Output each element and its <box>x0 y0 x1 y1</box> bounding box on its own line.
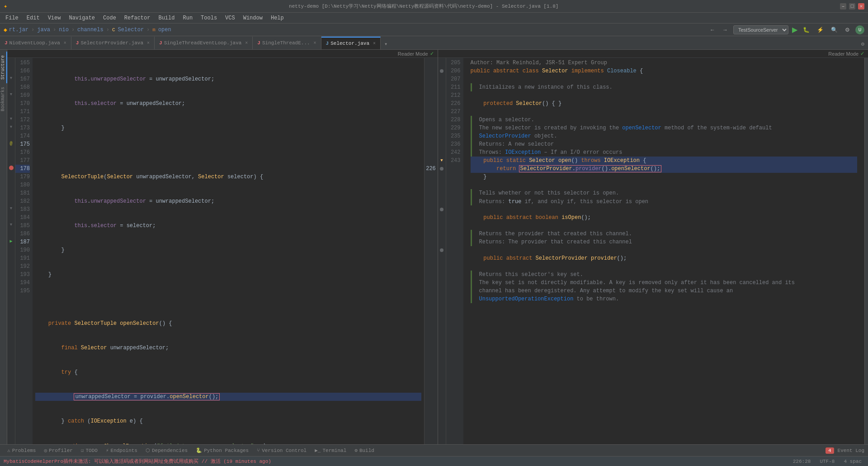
code-row: this.selector = selector; <box>35 222 421 230</box>
problems-tab[interactable]: ⚠ Problems <box>4 447 39 454</box>
code-row <box>471 108 858 116</box>
doc-block: Opens a selector. <box>471 116 858 124</box>
author-text: Author: Mark Reinhold, JSR-51 Expert Gro… <box>471 60 607 66</box>
doc-block: Tells whether or not this selector is op… <box>471 189 858 197</box>
tab-close-icon[interactable]: × <box>373 41 376 46</box>
build-icon: ⚙ <box>354 447 358 453</box>
tab-bar: J NioEventLoop.java × J SelectorProvider… <box>0 36 868 50</box>
settings-button[interactable]: ⚙ <box>843 26 852 34</box>
python-packages-tab[interactable]: 🐍 Python Packages <box>192 447 252 454</box>
tab-selectorprovider[interactable]: J SelectorProvider.java × <box>71 37 155 49</box>
reader-mode-button[interactable]: Reader Mode ✓ <box>398 51 434 57</box>
structure-panel-icon[interactable]: Structure <box>0 52 7 83</box>
nav-selector[interactable]: Selector <box>118 27 144 33</box>
menu-help[interactable]: Help <box>267 14 288 22</box>
menu-refactor[interactable]: Refactor <box>121 14 154 22</box>
profiler-tab[interactable]: ◎ Profiler <box>40 447 76 454</box>
tab-nioeventloop[interactable]: J NioEventLoop.java × <box>0 37 71 49</box>
nav-java[interactable]: java <box>37 27 50 33</box>
status-bar: MybatisCodeHelperPro插件未激活: 可以输入激活码或者到网站网… <box>0 456 868 466</box>
side-panel: Structure Bookmarks <box>0 50 7 444</box>
tab-close-icon[interactable]: × <box>314 41 316 46</box>
tab-close-icon[interactable]: × <box>64 41 66 46</box>
version-control-tab[interactable]: ⑂ Version Control <box>253 447 310 454</box>
tab-singlethreadeventloop[interactable]: J SingleThreadEventLoop.java × <box>155 37 253 49</box>
close-button[interactable]: ✕ <box>858 3 864 10</box>
reader-mode-label: Reader Mode <box>828 51 859 57</box>
fold-icon[interactable]: ▼ <box>10 223 12 227</box>
menu-window[interactable]: Window <box>240 14 266 22</box>
right-line-indicator: 226 <box>424 58 438 444</box>
nav-open[interactable]: open <box>158 27 171 33</box>
build-tab[interactable]: ⚙ Build <box>351 447 378 454</box>
reader-check-icon: ✓ <box>430 51 434 57</box>
tab-label: SingleThreadE... <box>262 40 310 46</box>
code-row: public abstract class Selector implement… <box>471 67 858 75</box>
left-line-numbers: 165 166 167 168 169 170 171 172 173 174 … <box>15 58 33 444</box>
code-row <box>471 205 858 214</box>
menu-run[interactable]: Run <box>179 14 196 22</box>
fold-icon[interactable]: ▼ <box>440 158 443 163</box>
doc-block: channel has been deregistered. Any attem… <box>471 287 858 295</box>
tab-selector[interactable]: J Selector.java × <box>321 37 381 49</box>
tab-close-icon[interactable]: × <box>245 41 248 46</box>
gutter-dot <box>440 248 443 252</box>
nav-forward-button[interactable]: → <box>721 26 730 34</box>
nav-rtjar[interactable]: rt.jar <box>9 27 28 33</box>
menu-file[interactable]: File <box>2 14 22 22</box>
code-row: } <box>35 246 421 254</box>
fold-icon[interactable]: ▼ <box>10 92 12 97</box>
status-right: 226:28 UTF-8 4 spac <box>790 459 864 464</box>
left-code-area: ▼ ▼ ▼ ▼ @ ▼ ▼ <box>7 58 438 444</box>
nav-channels[interactable]: channels <box>77 27 104 33</box>
endpoints-tab[interactable]: ⚡ Endpoints <box>102 447 141 454</box>
reader-mode-button-right[interactable]: Reader Mode ✓ <box>828 51 864 57</box>
code-row <box>471 222 858 230</box>
doc-block: SelectorProvider object. <box>471 132 858 140</box>
menu-code[interactable]: Code <box>99 14 120 22</box>
gutter-dot <box>440 167 443 171</box>
event-log-label[interactable]: Event Log <box>838 448 864 453</box>
maximize-button[interactable]: □ <box>849 3 855 10</box>
reader-mode-label: Reader Mode <box>398 51 428 57</box>
menu-navigate[interactable]: Navigate <box>65 14 99 22</box>
fold-icon[interactable]: ▼ <box>10 125 12 129</box>
class-icon: C <box>112 27 115 33</box>
menu-tools[interactable]: Tools <box>197 14 221 22</box>
menu-build[interactable]: Build <box>155 14 178 22</box>
menu-vcs[interactable]: VCS <box>222 14 239 22</box>
doc-block: Throws: IOException – If an I/O error oc… <box>471 148 858 157</box>
menu-view[interactable]: View <box>44 14 65 22</box>
tab-close-icon[interactable]: × <box>147 41 150 46</box>
app-logo: ✦ <box>4 2 7 10</box>
menu-edit[interactable]: Edit <box>23 14 43 22</box>
left-code-content[interactable]: this.unwrappedSelector = unwrappedSelect… <box>33 58 424 444</box>
right-code-content[interactable]: Author: Mark Reinhold, JSR-51 Expert Gro… <box>463 58 865 444</box>
title-bar-title: netty-demo [D:\Netty学习\Netty网络编程\Netty教程… <box>7 3 840 10</box>
todo-tab[interactable]: ☑ TODO <box>77 447 101 454</box>
title-bar-controls: – □ ✕ <box>840 3 864 10</box>
method-icon: m <box>152 27 156 33</box>
tab-singlethread2[interactable]: J SingleThreadE... × <box>253 37 321 49</box>
code-row: this.unwrappedSelector = unwrappedSelect… <box>35 197 421 205</box>
debug-button[interactable]: 🐛 <box>801 26 811 34</box>
fold-icon[interactable]: ▼ <box>10 206 12 211</box>
nav-nio[interactable]: nio <box>59 27 69 33</box>
tab-overflow-button[interactable]: ▾ <box>381 39 391 49</box>
fold-icon[interactable]: ▼ <box>10 117 12 121</box>
right-gutter: ▼ <box>438 58 446 444</box>
coverage-button[interactable]: ⚡ <box>815 26 826 34</box>
source-selector[interactable]: TestSourceServer <box>733 25 788 34</box>
dependencies-tab[interactable]: ⬡ Dependencies <box>142 447 191 454</box>
bookmarks-panel-icon[interactable]: Bookmarks <box>0 83 7 115</box>
search-button[interactable]: 🔍 <box>829 26 840 34</box>
run-button[interactable]: ▶ <box>792 25 797 34</box>
doc-block: UnsupportedOperationException to be thro… <box>471 295 858 303</box>
tab-settings-button[interactable]: ⚙ <box>858 39 868 49</box>
minimize-button[interactable]: – <box>840 3 846 10</box>
annotation-icon: @ <box>9 141 12 146</box>
fold-icon[interactable]: ▼ <box>10 76 12 81</box>
terminal-tab[interactable]: ▶_ Terminal <box>311 447 350 454</box>
right-scrollbar[interactable] <box>864 58 868 444</box>
nav-back-button[interactable]: ← <box>708 26 717 34</box>
